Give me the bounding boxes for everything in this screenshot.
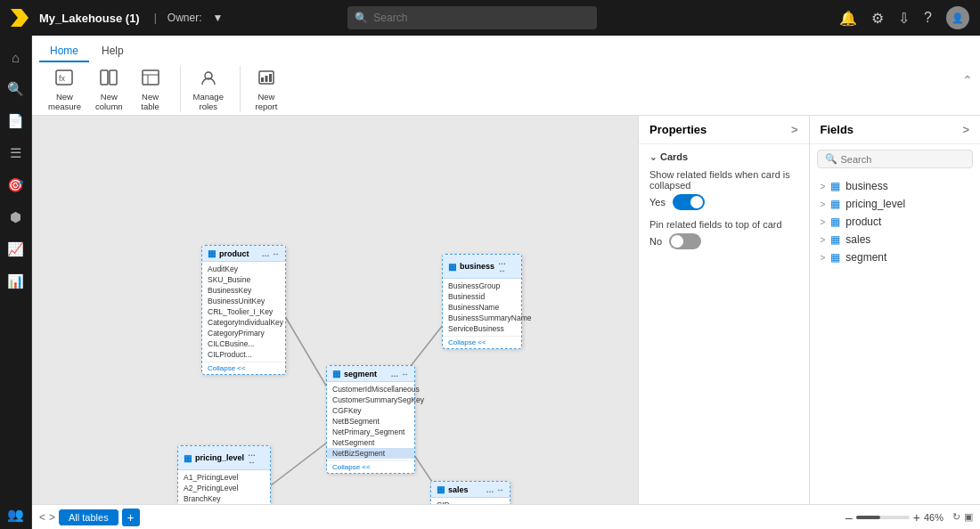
segment-card-footer[interactable]: Collapse << — [327, 460, 414, 473]
business-card-controls[interactable]: … ↔ — [498, 257, 516, 275]
pricing-field-a2: A2_PricingLevel — [178, 483, 270, 493]
business-field-label: business — [845, 180, 887, 192]
fields-item-segment[interactable]: > ▦ segment — [810, 248, 981, 266]
sidebar-data-icon[interactable]: ☰ — [2, 139, 30, 167]
sidebar-apps-icon[interactable]: ⬢ — [2, 203, 30, 232]
pricing-field-branchkey: BranchKey — [178, 493, 270, 504]
help-icon[interactable]: ? — [924, 10, 932, 26]
cards-chevron[interactable]: ⌄ — [649, 152, 657, 162]
svg-rect-3 — [110, 70, 117, 85]
prev-tab-button[interactable]: < — [39, 511, 45, 524]
sales-card-controls[interactable]: … ↔ — [486, 485, 504, 494]
table-card-segment[interactable]: ▦ segment … ↔ CustomerIdMiscellaneous Cu… — [326, 365, 415, 474]
show-related-toggle-knob — [690, 196, 703, 208]
product-field-sku: SKU_Busine — [202, 274, 285, 285]
product-field-catind: CategoryIndividualKey — [202, 317, 285, 328]
fields-panel-header: Fields > — [810, 116, 981, 144]
refresh-icon[interactable]: ↻ — [952, 511, 960, 523]
properties-panel-arrow[interactable]: > — [791, 123, 798, 136]
sidebar-monitor-icon[interactable]: 📊 — [2, 267, 30, 296]
pricing-level-card-controls[interactable]: … ↔ — [248, 449, 265, 467]
next-tab-button[interactable]: > — [49, 511, 55, 524]
pin-related-toggle[interactable] — [669, 233, 701, 249]
new-column-icon — [100, 69, 118, 90]
topbar-search-input[interactable] — [373, 12, 590, 24]
fields-item-business[interactable]: > ▦ business — [810, 177, 981, 195]
fit-icon[interactable]: ▣ — [964, 511, 973, 523]
tab-help[interactable]: Help — [91, 41, 135, 62]
zoom-slider[interactable] — [856, 516, 910, 519]
business-card-footer[interactable]: Collapse << — [443, 336, 521, 348]
product-card-footer[interactable]: Collapse << — [202, 362, 285, 374]
download-icon[interactable]: ⇩ — [898, 10, 910, 27]
business-table-icon: ▦ — [448, 262, 456, 272]
business-table-icon: ▦ — [830, 180, 840, 192]
show-related-prop: Show related fields when card is collaps… — [649, 169, 798, 210]
fields-panel-arrow[interactable]: > — [962, 123, 969, 136]
diagram-canvas[interactable]: ▦ product … ↔ AuditKey SKU_Busine Busine… — [32, 116, 638, 529]
product-field-businesskey: BusinessKey — [202, 285, 285, 296]
bell-icon[interactable]: 🔔 — [839, 10, 857, 27]
product-card-body: AuditKey SKU_Busine BusinessKey Business… — [202, 262, 285, 362]
new-column-button[interactable]: New column — [90, 66, 128, 115]
ribbon-collapse-button[interactable]: ⌃ — [962, 73, 973, 87]
add-tab-button[interactable]: + — [122, 509, 140, 526]
fields-search-icon: 🔍 — [825, 153, 837, 165]
product-card-controls[interactable]: … ↔ — [261, 249, 280, 258]
pricing-level-field-label: pricing_level — [845, 198, 905, 210]
pin-related-label: Pin related fields to top of card — [649, 219, 798, 230]
ribbon-group-reporting: New report Reporting — [244, 66, 297, 112]
segment-card-body: CustomerIdMiscellaneous CustomerSummaryS… — [327, 382, 414, 460]
business-field-id: Businessid — [443, 291, 521, 302]
sales-table-icon: ▦ — [437, 484, 445, 494]
product-table-icon: ▦ — [208, 248, 216, 258]
new-report-button[interactable]: New report — [248, 66, 285, 115]
svg-text:fx: fx — [59, 74, 66, 83]
show-related-toggle-row: Yes — [649, 194, 798, 210]
fields-item-product[interactable]: > ▦ product — [810, 213, 981, 231]
fields-item-sales[interactable]: > ▦ sales — [810, 231, 981, 248]
all-tables-tab[interactable]: All tables — [59, 509, 118, 525]
zoom-minus-button[interactable]: – — [845, 510, 853, 525]
ribbon-calculations-buttons: fx New measure New column — [43, 66, 169, 115]
sidebar-search-icon[interactable]: 🔍 — [2, 75, 30, 103]
manage-roles-button[interactable]: Manage roles — [188, 66, 229, 115]
fields-item-pricing-level[interactable]: > ▦ pricing_level — [810, 195, 981, 213]
show-related-label: Show related fields when card is collaps… — [649, 169, 798, 191]
new-measure-button[interactable]: fx New measure — [43, 66, 86, 115]
table-card-business[interactable]: ▦ business … ↔ BusinessGroup Businessid … — [442, 254, 522, 349]
segment-field-netbiz[interactable]: NetBizSegment — [327, 448, 414, 459]
topbar-owner-chevron[interactable]: ▼ — [213, 12, 224, 24]
fields-search-input[interactable] — [841, 154, 966, 165]
fields-search-box[interactable]: 🔍 — [817, 150, 974, 168]
zoom-plus-button[interactable]: + — [913, 510, 920, 525]
segment-expand-icon: > — [821, 253, 826, 263]
sidebar-metrics-icon[interactable]: 📈 — [2, 235, 30, 264]
sales-field-label: sales — [845, 233, 870, 246]
pin-related-prop: Pin related fields to top of card No — [649, 219, 798, 249]
properties-cards-section: ⌄ Cards Show related fields when card is… — [639, 144, 809, 265]
segment-card-controls[interactable]: … ↔ — [390, 370, 409, 378]
topbar: My_Lakehouse (1) | Owner: ▼ 🔍 🔔 ⚙ ⇩ ? 👤 — [0, 0, 980, 36]
segment-card-title: segment — [344, 370, 377, 378]
user-avatar[interactable]: 👤 — [946, 6, 969, 29]
sidebar-home-icon[interactable]: ⌂ — [2, 43, 30, 71]
topbar-search-box[interactable]: 🔍 — [347, 6, 597, 29]
app-logo — [11, 9, 29, 27]
sidebar-people-icon[interactable]: 👥 — [2, 501, 30, 529]
show-related-toggle[interactable] — [673, 194, 705, 210]
new-table-button[interactable]: New table — [132, 66, 169, 115]
svg-rect-9 — [261, 77, 264, 82]
product-field-cilbus: CILCBusine... — [202, 338, 285, 349]
canvas-area: ▦ product … ↔ AuditKey SKU_Busine Busine… — [32, 116, 980, 529]
sidebar-goals-icon[interactable]: 🎯 — [2, 171, 30, 199]
settings-icon[interactable]: ⚙ — [871, 10, 884, 27]
main-area: Home Help fx New measure — [32, 36, 980, 529]
sidebar-browse-icon[interactable]: 📄 — [2, 107, 30, 135]
segment-field-netbseg: NetBSegment — [327, 416, 414, 427]
product-table-icon: ▦ — [830, 216, 840, 228]
business-field-service: ServiceBusiness — [443, 323, 521, 334]
table-card-product[interactable]: ▦ product … ↔ AuditKey SKU_Busine Busine… — [201, 245, 286, 375]
show-related-value: Yes — [649, 197, 666, 208]
tab-home[interactable]: Home — [39, 41, 89, 62]
